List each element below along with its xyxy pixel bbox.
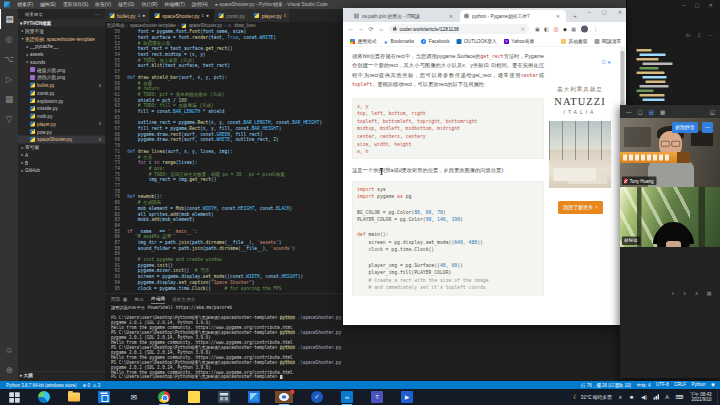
weather-icon[interactable]: ☾ [573, 394, 578, 401]
tree-item-constpy[interactable]: const.py [18, 89, 105, 97]
taskbar-clock[interactable]: 下午 08:432021/9/10 [690, 391, 712, 402]
bookmark-4[interactable]: YYahoo奇摩 [504, 38, 534, 45]
extension-icon-1[interactable]: ▣ [535, 26, 540, 32]
tree-item-spaceshooterpy[interactable]: spaceShooter.py1 [18, 136, 105, 144]
tree-item-png[interactable]: 遊戲介面.png [18, 74, 105, 82]
tree-item-a[interactable]: ▸A [18, 151, 105, 159]
participant-video-1[interactable]: 解除靜音 — Tony Huang [620, 118, 720, 187]
workspace-section[interactable]: ▾ PYTHON檔案 [18, 19, 105, 27]
tray-chevron-icon[interactable]: ∧ [618, 394, 622, 401]
editor-tab-const.py[interactable]: const.py [214, 9, 250, 22]
bookmark-0[interactable]: 應用程式 [350, 38, 377, 45]
tree-item-bulletpy[interactable]: bullet.py1 [18, 81, 105, 89]
taskbar-store[interactable] [98, 391, 110, 403]
tree-item-[interactable]: ▸阿里不達 [18, 27, 105, 35]
extensions-icon[interactable]: ▦ [0, 89, 18, 109]
background-window-controls[interactable]: ─ ▢ ✕ [682, 2, 717, 8]
fullscreen-icon[interactable]: ◱ [710, 108, 715, 115]
account-icon[interactable]: ☺ [0, 340, 18, 360]
settings-icon[interactable]: ⊛ [0, 360, 18, 380]
taskbar-todo[interactable]: ✓ [311, 391, 323, 403]
maximize-icon[interactable]: ▢ [602, 9, 607, 15]
encoding[interactable]: UTF-8 [656, 382, 669, 389]
tray-ime-icon[interactable]: A [665, 394, 669, 400]
tree-item-png[interactable]: 碰撞介面.png [18, 66, 105, 74]
menu-item[interactable]: 檢視(V) [92, 1, 115, 8]
taskbar-meeting[interactable] [275, 391, 293, 403]
ad-cta-button[interactable]: 我想了解更多 > [558, 201, 603, 214]
run-debug-icon[interactable]: ▷ [0, 69, 18, 89]
participant-video-2[interactable]: 林智強 [620, 187, 720, 247]
taskbar-calculator[interactable] [218, 391, 230, 403]
profile-avatar[interactable] [581, 26, 588, 33]
unmute-collapse-button[interactable]: — [702, 122, 713, 133]
tree-item-playerpy[interactable]: player.py1 [18, 120, 105, 128]
breadcrumb-item[interactable]: spaceshooter-template [130, 23, 176, 28]
outline-section[interactable]: ▸ 大綱 [18, 371, 105, 379]
panel-tab-問題[interactable]: 問題1 [111, 296, 128, 303]
taskbar-mail[interactable]: ✉ [128, 391, 140, 403]
search-icon[interactable]: ◎ [0, 29, 18, 49]
tray-network-icon[interactable] [654, 395, 659, 400]
taskbar-vscode[interactable]: ‹› [341, 391, 353, 403]
gallery-view-icon[interactable]: ▤ [649, 108, 654, 115]
menu-item[interactable]: 檔案(F) [14, 1, 37, 8]
browser-window-controls[interactable]: ─ ▢ ✕ [588, 9, 622, 15]
forward-button[interactable]: → [356, 26, 366, 33]
tree-item-missilepy[interactable]: missile.py [18, 105, 105, 113]
bookmark-right-0[interactable]: 其他書籤 [561, 38, 588, 45]
tree-item-explosionpy[interactable]: explosion.py [18, 97, 105, 105]
url-text[interactable]: coder.work/article/1281138 [400, 26, 459, 32]
taskbar-sticky-notes[interactable] [188, 391, 200, 403]
bookmark-3[interactable]: OUTLOOK登入 [457, 38, 497, 45]
tray-volume-icon[interactable]: ◀) [641, 394, 647, 401]
testing-icon[interactable]: ▽ [0, 109, 18, 129]
tree-item-__pycache__[interactable]: ▸__pycache__ [18, 43, 105, 51]
eol[interactable]: CRLF [674, 382, 686, 389]
menu-item[interactable]: 說明(H) [188, 1, 211, 8]
bookmark-2[interactable]: fFacebook [421, 39, 449, 45]
breadcrumb-item[interactable]: spaceShooter.py [189, 23, 223, 28]
menu-item[interactable]: 執行(R) [138, 1, 161, 8]
tray-keyboard-icon[interactable]: ⌨ [676, 394, 684, 401]
address-bar[interactable]: coder.work/article/1281138 ☆ [389, 24, 529, 34]
bell-icon[interactable]: ◉ [711, 382, 715, 389]
python-interpreter[interactable]: Python 3.8.7 64-bit (windows store) [6, 383, 77, 388]
tree-item-powpy[interactable]: pow.py [18, 128, 105, 136]
taskbar-photos[interactable] [248, 391, 260, 403]
close-icon[interactable]: ✕ [618, 9, 622, 15]
taskbar-file-explorer[interactable] [68, 391, 80, 403]
start-button[interactable] [8, 391, 20, 403]
tree-item-spaceshootertemplate[interactable]: ▾查證範例: spaceshooter-template [18, 35, 105, 43]
minimize-icon[interactable]: ─ [588, 9, 592, 15]
browser-menu-icon[interactable]: ⋮ [593, 26, 599, 33]
taskbar-movies[interactable]: ▶ [401, 391, 413, 403]
menu-item[interactable]: 選取項目(S) [59, 1, 91, 8]
tab-close-icon[interactable]: ✕ [447, 13, 455, 19]
back-button[interactable]: ← [346, 26, 356, 33]
tree-item-mobpy[interactable]: mob.py [18, 112, 105, 120]
menu-item[interactable]: 移至(G) [115, 1, 138, 8]
bookmark-star-icon[interactable]: ☆ [521, 26, 525, 32]
explorer-more-icon[interactable]: ⋯ [95, 11, 100, 17]
indentation[interactable]: 空格: 4 [637, 382, 651, 389]
unmute-button[interactable]: 解除靜音 [672, 122, 698, 133]
extension-icon-3[interactable]: Ⓢ [553, 26, 558, 33]
extension-icon-5[interactable]: ▦ [571, 26, 576, 32]
scrollbar-thumb[interactable] [621, 51, 625, 111]
breadcrumb-item[interactable]: draw_lives [234, 23, 255, 28]
meeting-panel-icons[interactable]: + ∨ ∧ ▦ [671, 290, 715, 296]
problems-status[interactable]: ⊗ 0 ⚠ 3 [83, 383, 101, 388]
panel-tab-終端機[interactable]: 終端機 [151, 296, 165, 304]
menu-item[interactable]: 終端機(T) [161, 1, 188, 8]
meeting-minimize-icon[interactable]: — [626, 109, 632, 115]
grid-view-icon[interactable]: ▦ [660, 108, 665, 115]
breadcrumb-item[interactable]: 查證範例 [107, 22, 125, 29]
extension-icon-4[interactable]: ◆ [563, 26, 567, 32]
panel-tab-輸出[interactable]: 輸出 [135, 296, 144, 303]
browser-tab-1[interactable]: os.path.join 的用法 - IT閱讀 ✕ [350, 10, 459, 22]
tray-people-icon[interactable]: ☻ [629, 394, 635, 400]
tree-item-github[interactable]: ▸GitHub [18, 167, 105, 175]
cursor-position[interactable]: 行 76，欄 26 (已選取 10) [581, 382, 631, 389]
tree-item-sounds[interactable]: ▸sounds [18, 58, 105, 66]
